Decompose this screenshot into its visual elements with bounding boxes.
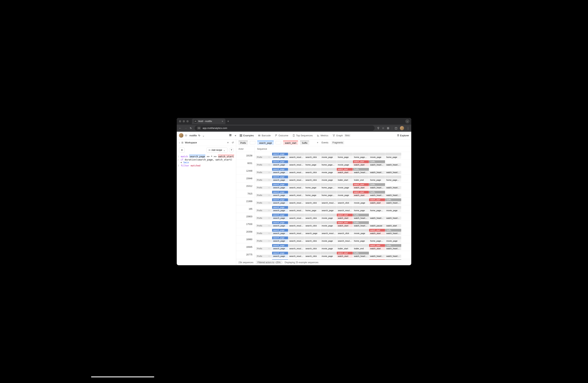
prefix-cell[interactable]: Prefix [256,209,272,212]
docs-icon[interactable] [229,134,232,137]
event-cell[interactable]: watch_heartbeat [385,186,401,189]
search-page-chip[interactable]: search_page [257,141,274,145]
table-row[interactable]: 17530search_pagewatch_startSuffixPrefixs… [236,221,411,228]
side-panel-icon[interactable]: ◫ [395,126,397,130]
event-cell[interactable]: watch_heartbeat [385,171,401,174]
event-cell[interactable]: search_click [304,255,320,258]
close-window-button[interactable] [179,120,181,122]
event-cell[interactable]: home_page [369,179,385,181]
table-row[interactable]: 15312search_pagewatch_startSuffixPrefixs… [236,182,411,190]
event-cell[interactable]: home_page [304,163,320,166]
extensions-icon[interactable]: ⊞ [387,126,389,130]
event-cell[interactable]: search_page [272,179,288,181]
prefix-cell[interactable]: Prefix [256,224,272,227]
zoom-icon[interactable]: ⚲ [377,126,379,130]
event-cell[interactable]: search_results_... [288,171,304,174]
event-cell[interactable]: watch_heartbeat [353,171,369,174]
event-cell[interactable]: search_page [272,163,288,166]
event-cell[interactable]: movie_page [337,186,353,189]
event-cell[interactable]: search_page [304,232,320,235]
event-cell[interactable]: search_results_... [288,217,304,220]
event-cell[interactable]: watch_start [337,224,353,227]
event-cell[interactable]: watch_heartbeat [353,224,369,227]
minimize-window-button[interactable] [183,120,185,122]
event-cell[interactable]: home_page_click [321,194,336,197]
event-cell[interactable]: search_page [272,194,288,197]
table-row[interactable]: 15903search_pagewatch_startSuffixPrefixs… [236,213,411,221]
prefix-cell[interactable]: Prefix [256,217,272,220]
sequence-rows[interactable]: 19158search_pagePrefixsearch_pagesearch_… [236,152,411,260]
table-row[interactable]: 16960search_pagePrefixsearch_pagesearch_… [236,236,411,243]
collapse-sidebar-icon[interactable] [235,134,236,137]
event-cell[interactable]: watch_start [353,163,369,166]
table-row[interactable]: 7815search_pagewatch_startSuffixPrefixse… [236,190,411,198]
tab-graph[interactable]: Graph Beta [331,133,352,138]
event-cell[interactable]: search_page [272,201,288,204]
reload-button[interactable]: ↻ [190,127,192,130]
table-row[interactable]: 20358search_pagewatch_startSuffixPrefixs… [236,228,411,236]
event-cell[interactable]: search_results_... [288,179,304,181]
event-cell[interactable]: search_page [272,255,288,258]
event-cell[interactable]: home_page [385,156,401,159]
code-editor[interactable]: 1 match search_page >> * >> watch_start … [177,154,236,168]
event-cell[interactable]: watch_start [353,186,369,189]
event-cell[interactable]: watch_start [385,224,401,227]
event-cell[interactable]: search_page [272,156,288,159]
event-cell[interactable]: search_click [304,201,320,204]
tab-outcome[interactable]: Outcome [273,133,290,138]
event-cell[interactable]: search_results_... [288,232,304,235]
event-cell[interactable]: search_results_... [337,240,353,242]
url-input[interactable]: ⊶ app.motifanalytics.com [195,125,375,131]
event-cell[interactable]: search_click [304,240,320,242]
prefix-cell[interactable]: Prefix [256,255,272,258]
workspace-row[interactable]: Workspace + [177,140,236,146]
back-button[interactable]: ← [179,126,182,130]
prefix-cell[interactable]: Prefix [256,201,272,204]
event-cell[interactable]: home_page_click [321,163,336,166]
event-cell[interactable]: watch_heartbeat [353,217,369,220]
event-cell[interactable]: search_page [272,240,288,242]
event-cell[interactable]: search_results_... [288,156,304,159]
kebab-menu-icon[interactable]: ⋮ [407,126,409,130]
event-cell[interactable]: movie_page [337,194,353,197]
tab-metrics[interactable]: Metrics [315,133,330,138]
column-sequence[interactable]: Sequence [255,146,411,152]
table-row[interactable]: 12448search_pagewatch_startSuffixPrefixs… [236,167,411,175]
gap-chip[interactable] [276,141,281,144]
expand-tabs-icon[interactable]: ⌄ [405,119,409,123]
event-cell[interactable]: search_click [304,156,320,159]
event-cell[interactable]: trailer_end [353,247,369,250]
event-cell[interactable]: movie_page [321,224,336,227]
help-button[interactable]: ? [229,148,234,153]
prefix-cell[interactable]: Prefix [256,171,272,174]
event-cell[interactable]: movie_page [353,201,369,204]
event-cell[interactable]: search_page [272,171,288,174]
add-button[interactable]: + [227,141,229,144]
event-cell[interactable]: watch_heartbeat [385,201,401,204]
event-cell[interactable]: search_results_... [288,201,304,204]
event-cell[interactable]: search_click [304,247,320,250]
table-row[interactable]: 21999search_pagewatch_startSuffixPrefixs… [236,198,411,205]
event-cell[interactable]: movie_page [321,240,336,242]
prefix-cell[interactable]: Prefix [256,247,272,250]
table-row[interactable]: 165search_pagePrefixsearch_pagesearch_re… [236,205,411,213]
event-cell[interactable]: search_page [272,232,288,235]
table-row[interactable]: 20775search_pagewatch_startSuffixPrefixs… [236,251,411,259]
event-cell[interactable]: search_page [272,224,288,227]
event-cell[interactable]: search_click [304,224,320,227]
event-cell[interactable]: movie_page [321,156,336,159]
forward-button[interactable]: → [184,126,187,130]
event-cell[interactable]: search_click [337,232,353,235]
browser-tab[interactable]: m Motif - motiflix × [192,119,225,124]
event-cell[interactable]: watch_heartbeat [369,163,385,166]
prefix-cell[interactable]: Prefix [256,163,272,166]
event-cell[interactable]: home_page [337,156,353,159]
event-cell[interactable]: search_results_... [288,255,304,258]
event-cell[interactable]: trailer_start [337,179,353,181]
event-cell[interactable]: watch_heartbeat [353,255,369,258]
event-cell[interactable]: home_page [353,209,369,212]
suffix-chip[interactable]: Suffix [300,141,309,145]
site-settings-icon[interactable]: ⊶ [197,126,201,130]
event-cell[interactable]: search_results_... [288,163,304,166]
event-cell[interactable]: home_page [304,186,320,189]
